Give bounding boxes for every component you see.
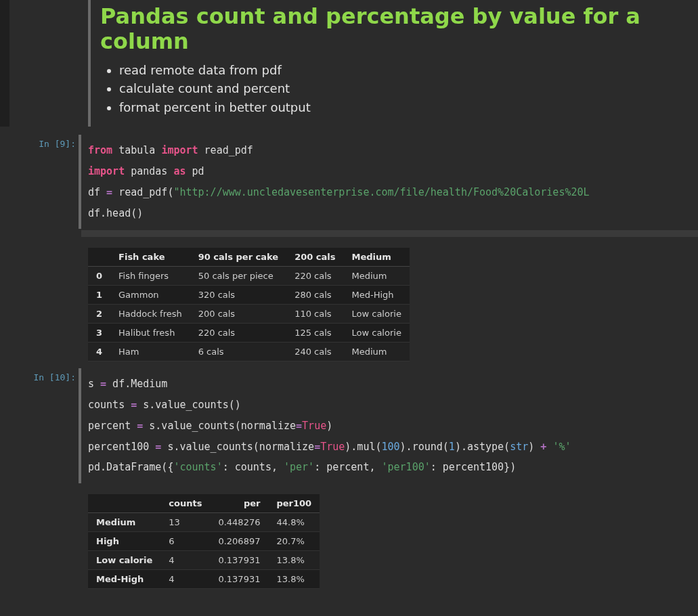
table-header: counts [160, 494, 210, 513]
table-cell: 220 cals [286, 267, 343, 286]
table-header: Fish cake [110, 248, 190, 267]
code-token: = [100, 378, 106, 390]
table-cell: Halibut fresh [110, 324, 190, 343]
code-token: read_pdf( [112, 186, 173, 198]
table-row: 4Ham6 cals240 calsMedium [88, 343, 410, 361]
table-cell: 6 [160, 532, 210, 551]
code-token: ).astype( [455, 441, 510, 453]
table-row: Medium130.44827644.8% [88, 513, 320, 532]
row-index: 2 [88, 305, 110, 324]
table-cell: Haddock fresh [110, 305, 190, 324]
code-token: True [320, 441, 345, 453]
table-cell: 220 cals [190, 324, 286, 343]
table-header-row: counts per per100 [88, 494, 320, 513]
code-token: df [88, 186, 106, 198]
code-token: = [131, 399, 137, 411]
code-token: 1 [449, 441, 455, 453]
row-index: 3 [88, 324, 110, 343]
table-header-row: Fish cake 90 cals per cake 200 cals Medi… [88, 248, 410, 267]
code-token: "http://www.uncledavesenterprise.com/fil… [173, 186, 589, 198]
code-token: : percent100}) [431, 461, 516, 473]
code-token: : counts, [223, 461, 284, 473]
table-cell: 13.8% [268, 551, 320, 570]
table-cell: Ham [110, 343, 190, 361]
code-token: '%' [552, 441, 571, 453]
code-token: df.head() [88, 207, 143, 219]
code-token: tabula [112, 144, 161, 156]
table-header: per100 [268, 494, 320, 513]
table-cell: Low calorie [344, 324, 410, 343]
table-cell: Low calorie [344, 305, 410, 324]
table-cell: 6 cals [190, 343, 286, 361]
row-index: 0 [88, 267, 110, 286]
table-cell: 13.8% [268, 570, 320, 589]
code-token: counts [88, 399, 131, 411]
table-cell: 20.7% [268, 532, 320, 551]
table-cell: 320 cals [190, 286, 286, 305]
code-token: read_pdf [198, 144, 253, 156]
code-token: : percent, [314, 461, 381, 473]
table-cell: 0.137931 [210, 551, 268, 570]
code-token: ).round( [400, 441, 449, 453]
table-header: 90 cals per cake [190, 248, 286, 267]
bullet-item: calculate count and percent [119, 79, 698, 98]
table-cell: 0.448276 [210, 513, 268, 532]
code-token: 'counts' [173, 461, 222, 473]
table-row: High60.20689720.7% [88, 532, 320, 551]
table-row: 0Fish fingers50 cals per piece220 calsMe… [88, 267, 410, 286]
code-token: 'per100' [382, 461, 431, 473]
table-row: Low calorie40.13793113.8% [88, 551, 320, 570]
code-token: pandas [125, 165, 173, 177]
code-token: ) [528, 441, 540, 453]
code-token: s.value_counts(normalize [143, 420, 296, 432]
notebook-gutter [0, 0, 9, 127]
table-header [88, 494, 160, 513]
output-cell-2: counts per per100 Medium130.44827644.8%H… [0, 483, 698, 596]
code-cell-2: In [10]: s = df.Medium counts = s.value_… [0, 368, 698, 483]
table-cell: 200 cals [190, 305, 286, 324]
table-cell: Gammon [110, 286, 190, 305]
code-input[interactable]: s = df.Medium counts = s.value_counts() … [79, 368, 698, 483]
code-token: percent100 [88, 441, 155, 453]
table-row: 1Gammon320 cals280 calsMed-High [88, 286, 410, 305]
table-cell: 50 cals per piece [190, 267, 286, 286]
table-cell: Med-High [344, 286, 410, 305]
code-token: = [137, 420, 143, 432]
bullet-item: format percent in better output [119, 98, 698, 117]
code-input[interactable]: from tabula import read_pdf import panda… [79, 135, 698, 229]
bullet-item: read remote data from pdf [119, 61, 698, 80]
out-prompt-spacer [0, 237, 81, 368]
code-token: True [302, 420, 326, 432]
code-token: percent [88, 420, 137, 432]
table-cell: 280 cals [286, 286, 343, 305]
code-token: pd [186, 165, 204, 177]
row-index: 1 [88, 286, 110, 305]
table-cell: Medium [344, 343, 410, 361]
code-token: ) [326, 420, 332, 432]
output-table-1: Fish cake 90 cals per cake 200 cals Medi… [88, 248, 410, 361]
table-cell: 0.137931 [210, 570, 268, 589]
output-cell-1: Fish cake 90 cals per cake 200 cals Medi… [0, 237, 698, 368]
output-table-2: counts per per100 Medium130.44827644.8%H… [88, 494, 320, 589]
markdown-body: Pandas count and percentage by value for… [100, 0, 698, 127]
markdown-cell: Pandas count and percentage by value for… [0, 0, 698, 135]
code-token: import [88, 165, 125, 177]
code-token: = [106, 186, 112, 198]
table-header: Medium [344, 248, 410, 267]
bullet-list: read remote data from pdf calculate coun… [100, 61, 698, 118]
table-cell: 4 [160, 570, 210, 589]
code-token: import [161, 144, 198, 156]
code-token: = [296, 420, 302, 432]
table-row: Med-High40.13793113.8% [88, 570, 320, 589]
horizontal-scrollbar[interactable] [81, 230, 698, 237]
code-token: s.value_counts() [137, 399, 241, 411]
row-index: Med-High [88, 570, 160, 589]
code-token: s [88, 378, 100, 390]
table-cell: 110 cals [286, 305, 343, 324]
page-title: Pandas count and percentage by value for… [100, 4, 698, 54]
row-index: Medium [88, 513, 160, 532]
table-cell: 44.8% [268, 513, 320, 532]
md-prompt-spacer [9, 0, 91, 127]
code-cell-1: In [9]: from tabula import read_pdf impo… [0, 135, 698, 237]
code-token: as [173, 165, 186, 177]
